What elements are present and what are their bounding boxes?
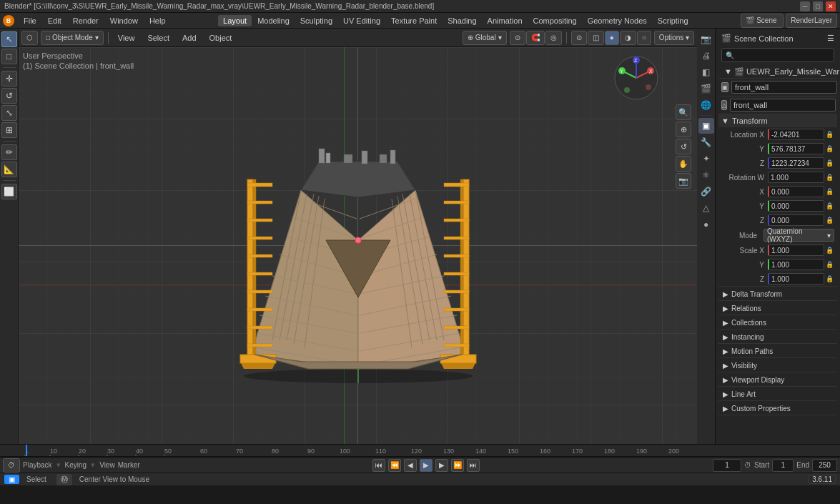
menu-render[interactable]: Render — [68, 15, 104, 26]
scale-x-lock[interactable]: 🔒 — [824, 245, 834, 255]
tab-texture-paint[interactable]: Texture Paint — [386, 15, 442, 26]
location-y-value[interactable]: 576.78137 — [768, 143, 824, 154]
rotation-w-lock[interactable]: 🔒 — [824, 172, 834, 182]
maximize-button[interactable]: □ — [813, 1, 823, 11]
rotation-x-value[interactable]: 0.000 — [768, 186, 824, 197]
header-add[interactable]: Add — [177, 32, 202, 44]
prop-object-icon[interactable]: ▣ — [698, 118, 714, 134]
menu-help[interactable]: Help — [144, 15, 171, 26]
tab-uv-editing[interactable]: UV Editing — [338, 15, 385, 26]
outliner-search-input[interactable] — [721, 48, 834, 62]
solid-btn[interactable]: ● — [605, 31, 619, 45]
navigation-gizmo[interactable]: X Y Z — [611, 53, 661, 103]
cursor-tool[interactable]: ↖ — [1, 31, 17, 47]
instancing-header[interactable]: ▶ Instancing — [718, 331, 837, 343]
line-art-header[interactable]: ▶ Line Art — [718, 388, 837, 400]
object-name-input[interactable] — [731, 81, 837, 94]
transform-section-header[interactable]: ▼ Transform — [718, 114, 837, 127]
custom-properties-header[interactable]: ▶ Custom Properties — [718, 402, 837, 415]
jump-to-end-btn[interactable]: ⏭ — [467, 459, 480, 472]
prop-particles-icon[interactable]: ✦ — [698, 151, 714, 167]
close-button[interactable]: ✕ — [826, 1, 836, 11]
camera-btn[interactable]: 📷 — [676, 173, 691, 189]
scale-x-value[interactable]: 1.000 — [768, 244, 824, 256]
next-keyframe-btn[interactable]: ⏩ — [451, 459, 464, 472]
delta-transform-header[interactable]: ▶ Delta Transform — [718, 288, 837, 300]
prop-modifier-icon[interactable]: 🔧 — [698, 134, 714, 150]
transform-orientation[interactable]: ⊕ Global ▾ — [463, 31, 507, 45]
header-select[interactable]: Select — [142, 32, 174, 44]
render-btn[interactable]: ○ — [637, 31, 651, 45]
location-y-lock[interactable]: 🔒 — [824, 144, 834, 154]
menu-file[interactable]: File — [19, 15, 41, 26]
rotation-y-value[interactable]: 0.000 — [768, 200, 824, 212]
measure-tool[interactable]: 📐 — [1, 162, 17, 177]
rotation-y-lock[interactable]: 🔒 — [824, 201, 834, 211]
pivot-btn[interactable]: ⊙ — [510, 31, 525, 45]
viewport-display-header[interactable]: ▶ Viewport Display — [718, 374, 837, 386]
rotation-z-value[interactable]: 0.000 — [768, 214, 824, 226]
prev-frame-btn[interactable]: ◀ — [404, 459, 417, 472]
blender-logo-icon[interactable]: B — [3, 15, 14, 26]
render-layer-selector[interactable]: RenderLayer — [786, 14, 837, 28]
prop-constraints-icon[interactable]: 🔗 — [698, 184, 714, 199]
timeline-editor-type[interactable]: ⏱ — [3, 458, 20, 473]
relations-header[interactable]: ▶ Relations — [718, 302, 837, 315]
mode-dropdown-btn[interactable]: □ Object Mode ▾ — [41, 31, 104, 45]
scale-y-lock[interactable]: 🔒 — [824, 260, 834, 270]
viewport[interactable]: User Perspective (1) Scene Collection | … — [19, 47, 697, 444]
header-view[interactable]: View — [113, 32, 140, 44]
tab-sculpting[interactable]: Sculpting — [295, 15, 337, 26]
tab-shading[interactable]: Shading — [443, 15, 481, 26]
rotation-w-value[interactable]: 1.000 — [768, 172, 824, 183]
snap-btn[interactable]: 🧲 — [526, 31, 545, 45]
prop-output-icon[interactable]: 🖨 — [698, 48, 714, 64]
visibility-header[interactable]: ▶ Visibility — [718, 360, 837, 372]
end-frame-input[interactable] — [812, 459, 837, 472]
zoom-view-btn[interactable]: ⊕ — [676, 122, 691, 137]
rotation-z-lock[interactable]: 🔒 — [824, 215, 834, 225]
minimize-button[interactable]: ─ — [800, 1, 810, 11]
scale-y-value[interactable]: 1.000 — [768, 259, 824, 270]
prev-keyframe-btn[interactable]: ⏪ — [388, 459, 401, 472]
rotate-tool[interactable]: ↺ — [1, 88, 17, 104]
proportional-btn[interactable]: ◎ — [545, 31, 562, 45]
material-btn[interactable]: ◑ — [620, 31, 636, 45]
tab-modeling[interactable]: Modeling — [252, 15, 295, 26]
rotation-x-lock[interactable]: 🔒 — [824, 187, 834, 197]
prop-render-icon[interactable]: 📷 — [698, 31, 714, 47]
scene-selector[interactable]: 🎬 Scene — [741, 14, 784, 28]
jump-to-start-btn[interactable]: ⏮ — [372, 459, 385, 472]
add-cube-tool[interactable]: ⬜ — [1, 184, 17, 199]
prop-data-icon[interactable]: △ — [698, 200, 714, 216]
current-frame-input[interactable] — [713, 459, 741, 472]
outliner-filter-icon[interactable]: ☰ — [827, 34, 834, 43]
rotation-mode-dropdown[interactable]: Quaternion (WXYZ) ▾ — [764, 229, 834, 242]
next-frame-btn[interactable]: ▶ — [435, 459, 448, 472]
header-object[interactable]: Object — [204, 32, 237, 44]
scale-tool[interactable]: ⤡ — [1, 105, 17, 121]
xray-btn[interactable]: ◫ — [588, 31, 604, 45]
motion-paths-header[interactable]: ▶ Motion Paths — [718, 345, 837, 357]
prop-viewlayer-icon[interactable]: ◧ — [698, 64, 714, 80]
pan-btn[interactable]: ✋ — [676, 156, 691, 172]
scale-z-lock[interactable]: 🔒 — [824, 274, 834, 284]
annotate-tool[interactable]: ✏ — [1, 144, 17, 160]
overlay-btn[interactable]: ⊙ — [571, 31, 587, 45]
start-frame-input[interactable] — [772, 459, 794, 472]
options-btn[interactable]: Options ▾ — [654, 31, 694, 45]
tab-animation[interactable]: Animation — [483, 15, 528, 26]
location-x-lock[interactable]: 🔒 — [824, 129, 834, 139]
scale-z-value[interactable]: 1.000 — [768, 273, 824, 285]
mesh-name-input[interactable] — [730, 99, 836, 112]
scene-tree-item[interactable]: ▼ 🎬 UEWR_Early_Missile_Warning_Radar — [718, 65, 837, 78]
menu-window[interactable]: Window — [105, 15, 143, 26]
transform-tool[interactable]: ⊞ — [1, 122, 17, 138]
tab-layout[interactable]: Layout — [218, 15, 252, 26]
prop-material-icon[interactable]: ● — [698, 217, 714, 232]
zoom-in-btn[interactable]: 🔍 — [676, 104, 691, 120]
prop-world-icon[interactable]: 🌐 — [698, 97, 714, 113]
tab-geometry-nodes[interactable]: Geometry Nodes — [583, 15, 652, 26]
prop-physics-icon[interactable]: ⚛ — [698, 167, 714, 183]
menu-edit[interactable]: Edit — [43, 15, 66, 26]
